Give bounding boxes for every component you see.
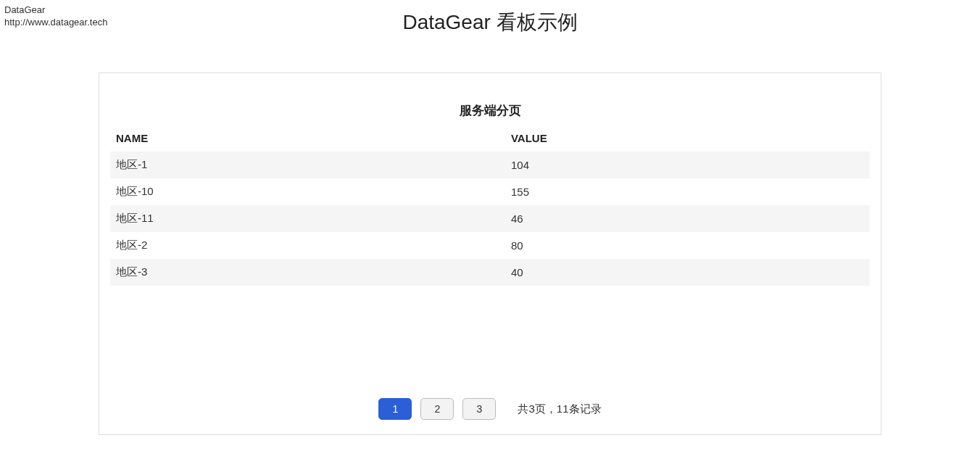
- brand-name: DataGear: [4, 4, 107, 17]
- table-row: 地区-10 155: [110, 178, 870, 205]
- table-row: 地区-2 80: [110, 232, 870, 259]
- page-button-2[interactable]: 2: [420, 398, 454, 420]
- cell-name: 地区-11: [110, 205, 505, 232]
- page-button-3[interactable]: 3: [462, 398, 496, 420]
- cell-value: 46: [505, 205, 870, 232]
- cell-value: 104: [505, 152, 870, 178]
- brand-block: DataGear http://www.datagear.tech: [4, 4, 107, 29]
- cell-name: 地区-3: [110, 259, 505, 286]
- table-panel: 服务端分页 NAME VALUE 地区-1 104 地区-10 155 地区-1…: [99, 73, 881, 435]
- table-row: 地区-3 40: [110, 259, 870, 286]
- column-header-value: VALUE: [505, 129, 870, 152]
- column-header-name: NAME: [110, 129, 505, 152]
- cell-value: 155: [505, 178, 870, 205]
- cell-value: 40: [505, 259, 870, 286]
- cell-name: 地区-1: [110, 152, 505, 178]
- table-header-row: NAME VALUE: [110, 129, 870, 152]
- cell-value: 80: [505, 232, 870, 259]
- cell-name: 地区-2: [110, 232, 505, 259]
- page-button-1[interactable]: 1: [378, 398, 412, 420]
- cell-name: 地区-10: [110, 178, 505, 205]
- data-table: NAME VALUE 地区-1 104 地区-10 155 地区-11 46 地…: [110, 129, 870, 286]
- table-row: 地区-1 104: [110, 152, 870, 178]
- brand-url: http://www.datagear.tech: [4, 17, 107, 29]
- table-title: 服务端分页: [99, 73, 881, 129]
- pagination-summary: 共3页，11条记录: [518, 402, 601, 416]
- page-title: DataGear 看板示例: [0, 0, 980, 36]
- pagination: 1 2 3 共3页，11条记录: [99, 391, 881, 420]
- table-row: 地区-11 46: [110, 205, 870, 232]
